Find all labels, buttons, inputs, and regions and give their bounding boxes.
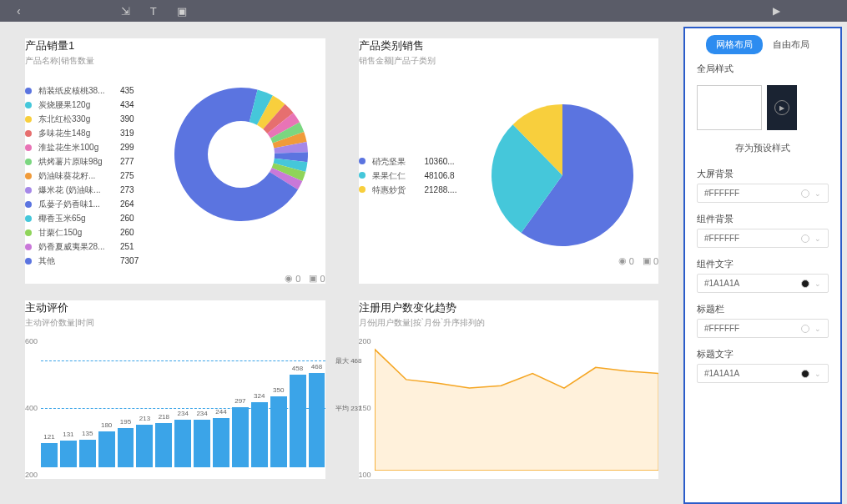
color-picker-titlebar[interactable]: #FFFFFF ⌄	[697, 319, 829, 338]
legend-item: 其他7307	[25, 254, 154, 268]
preset-dark-thumb[interactable]: ▶	[767, 85, 797, 130]
bar-max-label: 最大 468	[335, 356, 362, 365]
label-text_widget: 组件文字	[697, 253, 829, 270]
bar: 234	[174, 420, 191, 467]
label-titlebar: 标题栏	[697, 298, 829, 315]
widget-category-sales-pie[interactable]: 产品类别销售 销售金额|产品子类别 硝壳坚果10360...果果仁仁48106.…	[359, 38, 659, 284]
views-count: ◉0	[618, 255, 634, 266]
tab-grid-layout[interactable]: 网格布局	[706, 35, 763, 54]
legend-item: 特惠炒货21288....	[359, 183, 471, 197]
bar: 121	[41, 443, 58, 467]
widget-title: 产品类别销售	[359, 38, 659, 53]
topbar: ‹ ⇲ T ▣ ▶	[0, 0, 847, 22]
legend-item: 果果仁仁48106.8	[359, 169, 471, 183]
bar-avg-label: 平均 237	[335, 404, 362, 413]
widget-title: 主动评价	[25, 300, 325, 315]
legend-item: 椰香玉米65g260	[25, 211, 154, 225]
comments-count: ▣0	[309, 273, 325, 284]
comment-icon: ▣	[643, 255, 651, 266]
widget-subtitle: 销售金额|产品子类别	[359, 55, 659, 67]
bar: 324	[251, 402, 268, 467]
label-global-style: 全局样式	[685, 54, 840, 80]
widget-title: 产品销量1	[25, 38, 325, 53]
widget-subtitle: 月份|用户数量|按`月份`升序排列的	[359, 317, 659, 329]
legend-item: 东北红松330g390	[25, 112, 154, 126]
legend-item: 硝壳坚果10360...	[359, 154, 471, 169]
bar: 244	[213, 418, 229, 467]
legend-item: 烘烤薯片原味98g277	[25, 154, 154, 169]
comments-count: ▣0	[643, 255, 658, 266]
color-picker-bg_widget[interactable]: #FFFFFF ⌄	[697, 229, 829, 248]
legend-item: 炭烧腰果120g434	[25, 98, 154, 112]
bar: 213	[136, 425, 153, 467]
legend-item: 精装纸皮核桃38...435	[25, 83, 154, 98]
save-preset-button[interactable]: 存为预设样式	[685, 135, 840, 163]
label-bg_widget: 组件背景	[697, 208, 829, 225]
play-icon: ▶	[774, 100, 789, 115]
legend-item: 淮盐花生米100g299	[25, 140, 154, 154]
back-icon[interactable]: ‹	[17, 4, 21, 18]
color-picker-bg_screen[interactable]: #FFFFFF ⌄	[697, 184, 829, 203]
dashboard-canvas[interactable]: 产品销量1 产品名称|销售数量 精装纸皮核桃38...435炭烧腰果120g43…	[0, 22, 683, 504]
pie-chart	[487, 100, 638, 250]
pie-legend: 硝壳坚果10360...果果仁仁48106.8特惠炒货21288....	[359, 154, 471, 197]
legend-item: 瓜蒌子奶香味1...264	[25, 197, 154, 211]
chevron-down-icon: ⌄	[814, 189, 821, 198]
bar-y-axis: 600400200	[25, 337, 41, 479]
area-chart	[375, 337, 658, 471]
color-picker-title_text[interactable]: #1A1A1A ⌄	[697, 364, 829, 383]
comment-icon: ▣	[309, 273, 317, 284]
legend-item: 甘栗仁150g260	[25, 225, 154, 239]
chevron-down-icon: ⌄	[814, 280, 821, 288]
legend-item: 奶油味葵花籽...275	[25, 169, 154, 183]
bar: 297	[232, 407, 249, 467]
bar: 180	[98, 431, 115, 468]
widget-subtitle: 产品名称|销售数量	[25, 55, 325, 67]
legend-item: 奶香夏威夷果28...251	[25, 239, 154, 254]
bar: 468	[309, 373, 325, 467]
bar: 131	[60, 441, 77, 467]
eye-icon: ◉	[618, 255, 627, 266]
image-tool-icon[interactable]: ▣	[177, 5, 187, 18]
preset-light-thumb[interactable]	[697, 85, 762, 130]
widget-product-sales-donut[interactable]: 产品销量1 产品名称|销售数量 精装纸皮核桃38...435炭烧腰果120g43…	[25, 38, 325, 284]
label-title_text: 标题文字	[697, 343, 829, 360]
tab-free-layout[interactable]: 自由布局	[763, 35, 819, 54]
bar: 350	[270, 396, 287, 467]
eye-icon: ◉	[285, 273, 293, 284]
bar-chart: 1211311351801952132182342342442973243504…	[41, 346, 325, 467]
bar: 234	[194, 420, 210, 467]
widget-title: 注册用户数变化趋势	[359, 300, 659, 315]
widget-registered-users-area[interactable]: 注册用户数变化趋势 月份|用户数量|按`月份`升序排列的 200150100	[359, 300, 659, 479]
widget-active-reviews-bar[interactable]: 主动评价 主动评价数量|时间 600400200 最大 468 平均 237 1…	[25, 300, 325, 479]
donut-chart	[170, 83, 312, 225]
views-count: ◉0	[285, 273, 300, 284]
style-panel: 网格布局 自由布局 全局样式 ▶ 存为预设样式 大屏背景 #FFFFFF ⌄ 组…	[683, 27, 842, 504]
chevron-down-icon: ⌄	[814, 234, 821, 243]
bar: 458	[290, 375, 306, 467]
donut-legend: 精装纸皮核桃38...435炭烧腰果120g434东北红松330g390多味花生…	[25, 83, 154, 268]
legend-item: 多味花生148g319	[25, 126, 154, 140]
import-icon[interactable]: ⇲	[121, 5, 130, 18]
label-bg_screen: 大屏背景	[697, 163, 829, 180]
widget-subtitle: 主动评价数量|时间	[25, 317, 325, 329]
bar: 135	[79, 440, 96, 467]
bar: 218	[155, 423, 172, 467]
color-picker-text_widget[interactable]: #1A1A1A ⌄	[697, 274, 829, 293]
preview-icon[interactable]: ▶	[773, 5, 780, 17]
legend-item: 爆米花 (奶油味...273	[25, 183, 154, 197]
bar: 195	[118, 428, 134, 467]
chevron-down-icon: ⌄	[814, 325, 821, 333]
text-tool-icon[interactable]: T	[150, 5, 157, 18]
chevron-down-icon: ⌄	[814, 370, 821, 378]
